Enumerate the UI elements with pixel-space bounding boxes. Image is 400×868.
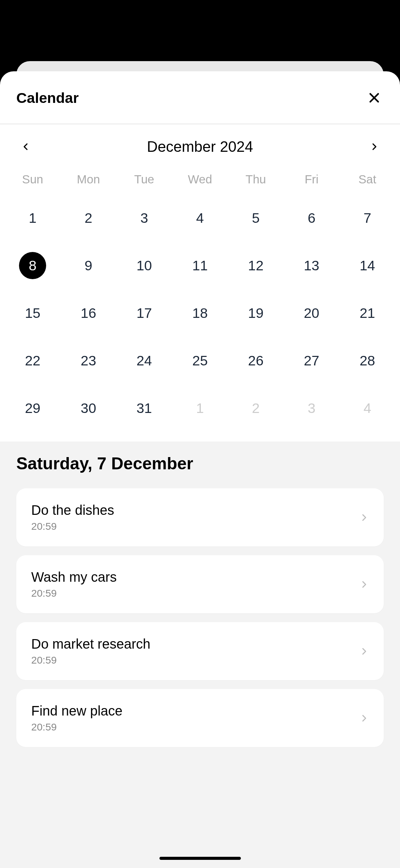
calendar-day[interactable]: 22 [5, 337, 60, 384]
weekday-label: Sat [340, 173, 395, 186]
event-card[interactable]: Do the dishes20:59 [16, 488, 384, 546]
events-section: Saturday, 7 December Do the dishes20:59W… [0, 441, 400, 868]
calendar-day[interactable]: 6 [284, 194, 339, 242]
event-info: Find new place20:59 [31, 703, 122, 733]
event-card[interactable]: Do market research20:59 [16, 622, 384, 680]
next-month-button[interactable] [365, 137, 384, 156]
calendar-day[interactable]: 8 [5, 242, 60, 289]
calendar-day[interactable]: 16 [60, 289, 116, 337]
calendar-day[interactable]: 3 [284, 384, 339, 432]
calendar-day[interactable]: 10 [116, 242, 172, 289]
close-icon [367, 91, 381, 105]
calendar-day[interactable]: 26 [228, 337, 284, 384]
calendar-day[interactable]: 28 [340, 337, 395, 384]
chevron-right-icon [359, 580, 369, 589]
calendar-day[interactable]: 25 [172, 337, 228, 384]
event-name: Find new place [31, 703, 122, 719]
calendar-day[interactable]: 5 [228, 194, 284, 242]
calendar-day[interactable]: 30 [60, 384, 116, 432]
home-indicator[interactable] [159, 857, 241, 860]
events-date-title: Saturday, 7 December [16, 454, 384, 473]
day-grid: 1234567891011121314151617181920212223242… [0, 194, 400, 441]
calendar-day[interactable]: 2 [60, 194, 116, 242]
weekday-label: Wed [172, 173, 228, 186]
calendar-day[interactable]: 20 [284, 289, 339, 337]
calendar-day[interactable]: 12 [228, 242, 284, 289]
calendar-day[interactable]: 11 [172, 242, 228, 289]
calendar-day[interactable]: 9 [60, 242, 116, 289]
event-time: 20:59 [31, 521, 114, 532]
prev-month-button[interactable] [16, 137, 35, 156]
chevron-left-icon [21, 142, 31, 151]
event-info: Do market research20:59 [31, 636, 150, 666]
event-time: 20:59 [31, 654, 150, 666]
sheet-title: Calendar [16, 90, 79, 106]
calendar-day[interactable]: 15 [5, 289, 60, 337]
month-nav: December 2024 [0, 124, 400, 163]
calendar-day[interactable]: 13 [284, 242, 339, 289]
calendar-day[interactable]: 1 [172, 384, 228, 432]
month-label: December 2024 [147, 138, 253, 155]
weekday-label: Thu [228, 173, 284, 186]
calendar-day[interactable]: 14 [340, 242, 395, 289]
weekday-label: Tue [116, 173, 172, 186]
weekday-label: Sun [5, 173, 60, 186]
chevron-right-icon [359, 647, 369, 656]
chevron-right-icon [369, 142, 379, 151]
event-info: Wash my cars20:59 [31, 569, 117, 599]
calendar-day[interactable]: 24 [116, 337, 172, 384]
calendar-day[interactable]: 4 [340, 384, 395, 432]
event-time: 20:59 [31, 721, 122, 733]
calendar-day[interactable]: 3 [116, 194, 172, 242]
calendar-day[interactable]: 4 [172, 194, 228, 242]
close-button[interactable] [365, 88, 384, 107]
calendar-day[interactable]: 27 [284, 337, 339, 384]
calendar-sheet: Calendar December 2024 SunMonTueWedThuFr… [0, 71, 400, 868]
calendar-day[interactable]: 19 [228, 289, 284, 337]
calendar-day[interactable]: 18 [172, 289, 228, 337]
chevron-right-icon [359, 713, 369, 723]
weekday-row: SunMonTueWedThuFriSat [0, 163, 400, 194]
calendar-day[interactable]: 21 [340, 289, 395, 337]
event-card[interactable]: Wash my cars20:59 [16, 555, 384, 613]
calendar-day[interactable]: 2 [228, 384, 284, 432]
chevron-right-icon [359, 513, 369, 522]
weekday-label: Fri [284, 173, 339, 186]
weekday-label: Mon [60, 173, 116, 186]
calendar-day[interactable]: 7 [340, 194, 395, 242]
sheet-header: Calendar [0, 71, 400, 124]
event-name: Wash my cars [31, 569, 117, 585]
calendar-day[interactable]: 29 [5, 384, 60, 432]
calendar-day[interactable]: 1 [5, 194, 60, 242]
calendar-day[interactable]: 17 [116, 289, 172, 337]
event-time: 20:59 [31, 587, 117, 599]
calendar-day[interactable]: 31 [116, 384, 172, 432]
event-info: Do the dishes20:59 [31, 503, 114, 532]
event-card[interactable]: Find new place20:59 [16, 689, 384, 747]
event-name: Do the dishes [31, 503, 114, 518]
event-name: Do market research [31, 636, 150, 652]
calendar-day[interactable]: 23 [60, 337, 116, 384]
